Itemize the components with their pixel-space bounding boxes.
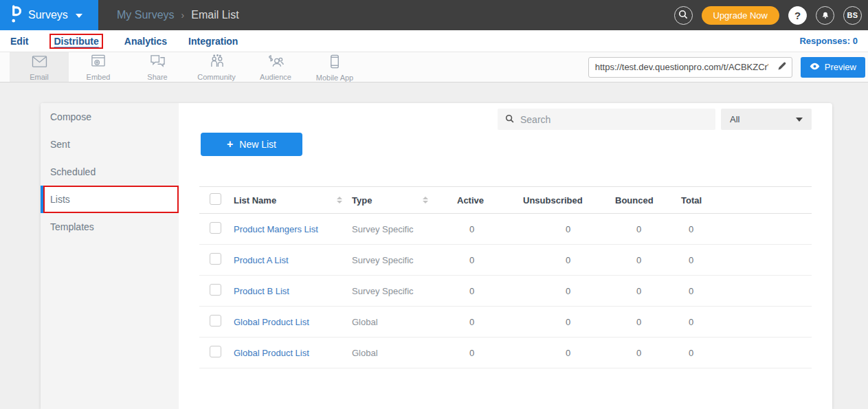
total-count: 0 xyxy=(681,317,812,327)
column-header-active: Active xyxy=(457,195,523,206)
search-input[interactable] xyxy=(520,114,708,125)
column-header-bounced: Bounced xyxy=(615,195,681,206)
tab-edit[interactable]: Edit xyxy=(10,36,28,47)
email-sidebar: Compose Sent Scheduled Lists Templates xyxy=(41,103,179,409)
mobile-icon xyxy=(330,54,340,71)
list-name-link[interactable]: Global Product List xyxy=(234,348,309,358)
notifications-button[interactable] xyxy=(816,6,834,25)
list-type: Global xyxy=(352,348,457,358)
sidebar-item-lists[interactable]: Lists xyxy=(41,186,179,213)
chevron-down-icon xyxy=(76,14,82,18)
list-type: Global xyxy=(352,317,457,327)
eye-icon xyxy=(810,62,820,72)
breadcrumb-my-surveys[interactable]: My Surveys xyxy=(117,9,175,21)
unsubscribed-count: 0 xyxy=(523,286,615,296)
lists-main: All + New List List Name xyxy=(179,103,832,409)
active-count: 0 xyxy=(457,286,523,296)
edit-url-button[interactable] xyxy=(772,58,792,77)
tab-distribute[interactable]: Distribute xyxy=(54,36,98,48)
search-icon xyxy=(678,10,688,21)
content-area: Compose Sent Scheduled Lists Templates A… xyxy=(0,82,868,409)
table-row: Product A List Survey Specific 0 0 0 0 xyxy=(199,245,812,276)
table-header-row: List Name Type Active Unsubscribed Bounc… xyxy=(199,186,812,214)
bounced-count: 0 xyxy=(615,317,681,327)
embed-icon xyxy=(91,54,106,71)
bounced-count: 0 xyxy=(615,255,681,265)
channel-share[interactable]: Share xyxy=(128,52,187,82)
row-checkbox[interactable] xyxy=(210,284,221,296)
sidebar-item-scheduled[interactable]: Scheduled xyxy=(41,158,179,186)
list-type: Survey Specific xyxy=(352,255,457,265)
sort-icon xyxy=(337,197,342,203)
new-list-button[interactable]: + New List xyxy=(201,133,302,156)
list-name-link[interactable]: Global Product List xyxy=(234,317,309,327)
sidebar-item-templates[interactable]: Templates xyxy=(41,213,179,241)
table-row: Product Mangers List Survey Specific 0 0… xyxy=(199,214,812,245)
top-bar: Surveys My Surveys › Email List Upgrade … xyxy=(0,0,868,30)
app-switcher[interactable]: Surveys xyxy=(0,0,98,30)
bounced-count: 0 xyxy=(615,286,681,296)
preview-button[interactable]: Preview xyxy=(801,57,865,78)
top-bar-actions: Upgrade Now ? BS xyxy=(674,6,863,25)
channel-email[interactable]: Email xyxy=(10,52,69,82)
list-name-link[interactable]: Product B List xyxy=(234,286,289,296)
breadcrumb-current: Email List xyxy=(191,9,238,21)
responses-count[interactable]: Responses: 0 xyxy=(799,36,858,46)
search-button[interactable] xyxy=(674,6,693,25)
user-avatar[interactable]: BS xyxy=(843,6,862,25)
list-name-link[interactable]: Product Mangers List xyxy=(234,224,318,234)
sort-icon xyxy=(423,197,428,203)
active-count: 0 xyxy=(457,317,523,327)
channel-audience[interactable]: Audience xyxy=(246,52,305,82)
table-row: Global Product List Global 0 0 0 0 xyxy=(199,338,812,368)
plus-icon: + xyxy=(227,138,233,151)
upgrade-now-button[interactable]: Upgrade Now xyxy=(702,6,780,25)
table-body: Product Mangers List Survey Specific 0 0… xyxy=(199,214,812,368)
column-header-total: Total xyxy=(681,195,812,206)
help-button[interactable]: ? xyxy=(788,6,807,25)
row-checkbox[interactable] xyxy=(210,315,221,327)
question-mark-icon: ? xyxy=(794,10,801,21)
unsubscribed-count: 0 xyxy=(523,317,615,327)
select-all-checkbox[interactable] xyxy=(210,193,221,205)
row-checkbox[interactable] xyxy=(210,346,221,357)
survey-url-input[interactable] xyxy=(589,62,772,72)
unsubscribed-count: 0 xyxy=(523,348,615,358)
unsubscribed-count: 0 xyxy=(523,224,615,234)
channel-community[interactable]: Community xyxy=(187,52,246,82)
bounced-count: 0 xyxy=(615,224,681,234)
list-name-link[interactable]: Product A List xyxy=(234,255,289,265)
sidebar-item-compose[interactable]: Compose xyxy=(41,103,179,131)
list-type: Survey Specific xyxy=(352,224,457,234)
breadcrumb: My Surveys › Email List xyxy=(117,9,239,21)
chevron-down-icon xyxy=(796,118,803,122)
search-icon xyxy=(505,113,514,126)
search-box xyxy=(498,109,715,130)
list-toolbar: All xyxy=(199,109,812,130)
active-count: 0 xyxy=(457,348,523,358)
table-row: Product B List Survey Specific 0 0 0 0 xyxy=(199,276,812,307)
channel-mobile-app[interactable]: Mobile App xyxy=(305,52,364,82)
channel-embed[interactable]: Embed xyxy=(69,52,128,82)
tab-analytics[interactable]: Analytics xyxy=(124,36,167,47)
share-icon xyxy=(150,54,166,71)
pencil-icon xyxy=(777,61,787,73)
bell-icon xyxy=(821,10,830,21)
total-count: 0 xyxy=(681,255,812,265)
sidebar-item-sent[interactable]: Sent xyxy=(41,131,179,158)
row-checkbox[interactable] xyxy=(210,222,221,234)
list-filter-dropdown[interactable]: All xyxy=(721,109,812,130)
active-count: 0 xyxy=(457,255,523,265)
column-header-list-name[interactable]: List Name xyxy=(234,195,352,206)
product-name: Surveys xyxy=(28,9,68,21)
survey-nav-tabs: Edit Distribute Analytics Integration Re… xyxy=(0,30,868,52)
total-count: 0 xyxy=(681,348,812,358)
column-header-unsubscribed: Unsubscribed xyxy=(523,195,615,206)
total-count: 0 xyxy=(681,224,812,234)
unsubscribed-count: 0 xyxy=(523,255,615,265)
tab-integration[interactable]: Integration xyxy=(188,36,238,47)
list-type: Survey Specific xyxy=(352,286,457,296)
row-checkbox[interactable] xyxy=(210,253,221,265)
survey-url-box xyxy=(588,57,792,78)
column-header-type[interactable]: Type xyxy=(352,195,457,206)
